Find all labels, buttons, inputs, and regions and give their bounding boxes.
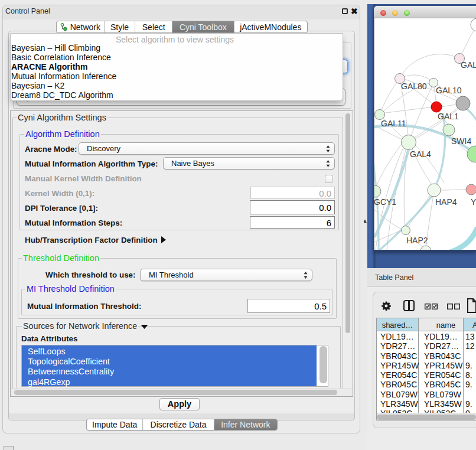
svg-text:GAL10: GAL10 (436, 86, 462, 95)
svg-text:SWI4: SWI4 (451, 136, 471, 146)
svg-text:GAL1: GAL1 (438, 112, 459, 121)
svg-text:GAL80: GAL80 (401, 81, 427, 91)
svg-text:HAP2: HAP2 (406, 236, 428, 245)
svg-text:GAL11: GAL11 (381, 119, 406, 128)
svg-text:GAL: GAL (461, 60, 476, 70)
svg-text:GAL4: GAL4 (410, 149, 431, 159)
svg-text:GCY1: GCY1 (374, 197, 396, 207)
svg-text:HAP4: HAP4 (435, 197, 457, 207)
svg-text:Y: Y (471, 197, 476, 207)
